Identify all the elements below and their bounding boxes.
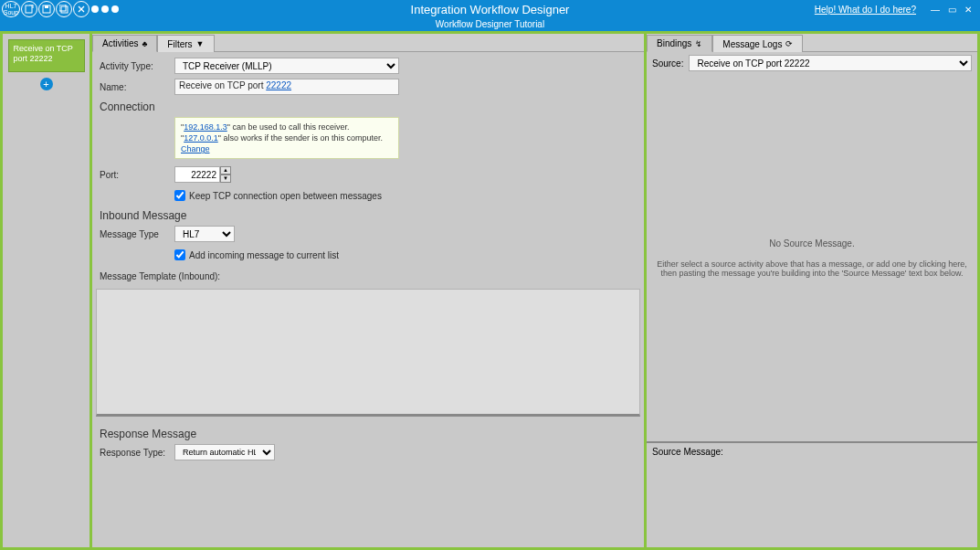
activity-type-select[interactable]: TCP Receiver (MLLP)	[174, 58, 399, 74]
right-panel: Bindings ↯ Message Logs ⟳ Source: Receiv…	[647, 34, 977, 547]
add-incoming-checkbox[interactable]	[174, 249, 185, 260]
name-label: Name:	[100, 82, 174, 92]
toolbar: HL7 Soup	[0, 1, 120, 17]
activity-node[interactable]: Receive on TCP port 22222	[8, 39, 85, 72]
saveall-icon[interactable]	[56, 1, 72, 17]
response-type-select[interactable]: Return automatic HL7 Response	[174, 444, 275, 460]
source-message-section: Source Message:	[647, 443, 977, 547]
inbound-header: Inbound Message	[100, 209, 637, 222]
source-instructions: Either select a source activity above th…	[656, 259, 968, 278]
tab-label: Activities	[102, 38, 138, 48]
right-body: No Source Message. Either select a sourc…	[647, 74, 977, 547]
add-activity-button[interactable]: +	[40, 78, 53, 90]
activity-form: Activity Type: TCP Receiver (MLLP) Name:…	[92, 52, 644, 465]
bindings-icon: ↯	[695, 39, 702, 48]
port-spinner: ▲ ▼	[174, 166, 231, 183]
svg-rect-2	[45, 5, 48, 8]
port-input[interactable]	[174, 166, 220, 183]
minimize-button[interactable]: —	[927, 3, 943, 16]
app-logo: HL7 Soup	[2, 1, 20, 17]
close-window-button[interactable]: ✕	[960, 3, 976, 16]
svg-rect-3	[59, 5, 66, 11]
toolbar-separator	[111, 5, 119, 13]
change-link[interactable]: Change	[181, 144, 210, 153]
tab-label: Message Logs	[722, 39, 782, 49]
source-message-textarea[interactable]	[652, 457, 972, 541]
refresh-icon: ⟳	[785, 39, 793, 48]
center-panel: Activities ♣ Filters ▼ Activity Type: TC…	[92, 34, 647, 547]
tab-activities[interactable]: Activities ♣	[92, 35, 157, 52]
tab-label: Filters	[167, 39, 192, 49]
maximize-button[interactable]: ▭	[943, 3, 960, 16]
ip-link-1[interactable]: 192.168.1.3	[184, 122, 227, 132]
center-tabs: Activities ♣ Filters ▼	[92, 34, 644, 52]
port-label: Port:	[100, 170, 174, 180]
title-bar: HL7 Soup Integration Workflow Designer H…	[0, 0, 980, 18]
workspace: Receive on TCP port 22222 + Activities ♣…	[0, 31, 980, 550]
source-select[interactable]: Receive on TCP port 22222	[689, 55, 972, 71]
source-label: Source:	[652, 58, 683, 69]
new-icon[interactable]	[21, 1, 37, 17]
tab-message-logs[interactable]: Message Logs ⟳	[712, 35, 803, 52]
activities-panel: Receive on TCP port 22222 +	[3, 34, 92, 547]
connection-header: Connection	[100, 100, 637, 113]
save-icon[interactable]	[38, 1, 55, 17]
add-incoming-label: Add incoming message to current list	[189, 250, 339, 260]
svg-rect-4	[61, 6, 68, 13]
tree-icon: ♣	[142, 39, 147, 48]
window-controls: Help! What do I do here? — ▭ ✕	[815, 3, 980, 16]
svg-rect-0	[26, 5, 32, 13]
connection-info: "192.168.1.3" can be used to call this r…	[174, 117, 399, 159]
tab-bindings[interactable]: Bindings ↯	[647, 35, 712, 52]
source-message-label: Source Message:	[652, 447, 972, 457]
help-link[interactable]: Help! What do I do here?	[815, 5, 916, 15]
toolbar-separator	[91, 5, 99, 13]
message-template-area[interactable]	[96, 289, 640, 417]
activity-type-label: Activity Type:	[100, 61, 174, 71]
close-icon[interactable]	[73, 1, 90, 17]
ip-link-2[interactable]: 127.0.0.1	[184, 133, 218, 143]
tab-filters[interactable]: Filters ▼	[157, 35, 214, 52]
message-type-select[interactable]: HL7	[174, 226, 235, 242]
tab-label: Bindings	[657, 38, 691, 48]
subtitle-bar: Workflow Designer Tutorial	[0, 18, 980, 31]
response-type-label: Response Type:	[100, 448, 174, 458]
port-down-button[interactable]: ▼	[220, 175, 231, 183]
source-row: Source: Receive on TCP port 22222	[647, 52, 977, 74]
toolbar-separator	[101, 5, 109, 13]
name-field[interactable]: Receive on TCP port 22222	[174, 79, 399, 95]
response-header: Response Message	[100, 428, 637, 440]
port-up-button[interactable]: ▲	[220, 166, 231, 175]
no-source-message: No Source Message.	[769, 238, 854, 249]
keep-open-label: Keep TCP connection open between message…	[189, 191, 382, 201]
right-tabs: Bindings ↯ Message Logs ⟳	[647, 34, 977, 52]
message-type-label: Message Type	[100, 229, 174, 239]
source-preview[interactable]: No Source Message. Either select a sourc…	[647, 74, 977, 443]
filter-icon: ▼	[196, 39, 205, 48]
template-label: Message Template (Inbound):	[100, 271, 220, 281]
keep-open-checkbox[interactable]	[174, 190, 185, 201]
